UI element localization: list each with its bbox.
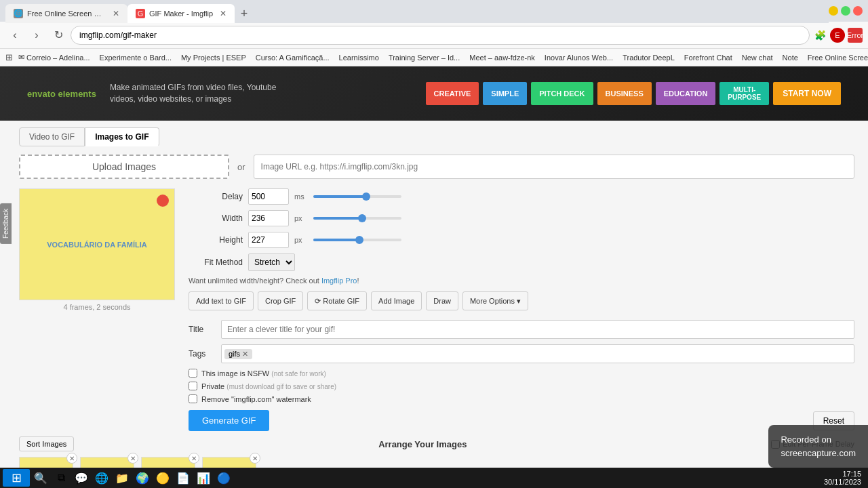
simple-btn[interactable]: SIMPLE xyxy=(483,82,527,105)
tags-label: Tags xyxy=(189,349,216,359)
sort-images-btn[interactable]: Sort Images xyxy=(19,436,74,451)
feedback-tab[interactable]: Feedback xyxy=(0,203,12,244)
bookmark-training[interactable]: Training Server – Id... xyxy=(384,52,464,63)
tag-close-btn[interactable]: ✕ xyxy=(242,350,248,359)
bookmarks-bar: ⊞ ✉Correio – Adelina... Experimente o Ba… xyxy=(0,49,868,66)
height-unit: px xyxy=(294,236,308,244)
pitch-btn[interactable]: PITCH DECK xyxy=(531,82,593,105)
private-checkbox[interactable] xyxy=(189,382,197,390)
extensions-icon[interactable]: 🧩 xyxy=(812,28,827,43)
tab-1[interactable]: 🌐 Free Online Screen Recor... ✕ xyxy=(5,4,127,23)
taskbar-folder[interactable]: 📁 xyxy=(113,469,132,487)
more-options-btn[interactable]: More Options ▾ xyxy=(462,291,528,310)
delay-input[interactable] xyxy=(248,188,289,205)
crop-gif-btn[interactable]: Crop GIF xyxy=(258,291,303,310)
taskbar-search[interactable]: 🔍 xyxy=(31,469,50,487)
taskbar-taskview[interactable]: ⧉ xyxy=(52,469,71,487)
taskbar-skype[interactable]: 💬 xyxy=(72,469,91,487)
bookmark-curso[interactable]: Curso: A Gamificaçã... xyxy=(252,52,334,63)
width-row: Width px xyxy=(189,210,854,226)
draw-btn[interactable]: Draw xyxy=(426,291,458,310)
fit-select[interactable]: Stretch Crop Pad xyxy=(248,253,295,271)
thumb-tio-close[interactable]: ✕ xyxy=(66,453,77,464)
width-slider[interactable] xyxy=(313,217,401,220)
width-input[interactable] xyxy=(248,210,289,226)
nav-bar: ‹ › ↻ 🧩 E Error xyxy=(0,22,868,49)
fit-method-row: Fit Method Stretch Crop Pad xyxy=(189,253,854,271)
address-bar[interactable] xyxy=(71,26,810,45)
start-btn[interactable]: ⊞ xyxy=(3,469,30,487)
title-input[interactable] xyxy=(221,320,854,339)
delay-slider[interactable] xyxy=(313,195,401,198)
refresh-btn[interactable]: ↻ xyxy=(49,26,68,45)
new-tab-btn[interactable]: + xyxy=(235,4,254,23)
frames-info: 4 frames, 2 seconds xyxy=(19,303,175,311)
width-unit: px xyxy=(294,214,308,222)
watermark-checkbox[interactable] xyxy=(189,394,197,403)
thumb-voc-close[interactable]: ✕ xyxy=(127,453,138,464)
thumb-primo-close[interactable]: ✕ xyxy=(250,453,260,464)
bookmark-bard[interactable]: Experimente o Bard... xyxy=(96,52,176,63)
bookmark-inovar[interactable]: Inovar Alunos Web... xyxy=(540,52,617,63)
minimize-btn[interactable] xyxy=(829,6,838,16)
imgflip-pro-link[interactable]: Imgflip Pro xyxy=(321,277,357,285)
tab-video-to-gif[interactable]: Video to GIF xyxy=(19,127,85,146)
error-badge: Error xyxy=(848,28,863,43)
bookmark-note[interactable]: Note xyxy=(778,52,802,63)
tab-2-close[interactable]: ✕ xyxy=(220,9,226,18)
nsfw-checkbox[interactable] xyxy=(189,369,197,378)
taskbar-mc[interactable]: 🟡 xyxy=(153,469,172,487)
thumb-padrinho-close[interactable]: ✕ xyxy=(189,453,199,464)
width-label: Width xyxy=(189,214,243,223)
bookmark-screen[interactable]: Free Online Screen... xyxy=(804,52,868,63)
delay-unit: ms xyxy=(294,192,308,201)
tab-1-favicon: 🌐 xyxy=(14,9,23,18)
or-label: or xyxy=(237,162,245,172)
tag-gifs: gifs ✕ xyxy=(224,349,252,359)
bookmark-deepl[interactable]: Tradutor DeepL xyxy=(618,52,679,63)
taskbar-word[interactable]: 📄 xyxy=(174,469,193,487)
rotate-gif-btn[interactable]: ⟳ Rotate GIF xyxy=(307,291,367,310)
bookmark-forefront[interactable]: Forefront Chat xyxy=(680,52,736,63)
bookmark-meet[interactable]: Meet – aaw-fdze-nk xyxy=(465,52,539,63)
back-btn[interactable]: ‹ xyxy=(5,26,24,45)
bookmark-projects[interactable]: My Projects | ESEP xyxy=(177,52,250,63)
unlimited-text: Want unlimited width/height? Check out I… xyxy=(189,277,854,285)
height-input[interactable] xyxy=(248,232,289,248)
tags-row: Tags gifs ✕ xyxy=(189,344,854,363)
forward-btn[interactable]: › xyxy=(27,26,46,45)
close-btn[interactable] xyxy=(853,6,863,16)
tab-2[interactable]: G GIF Maker - Imgflip ✕ xyxy=(127,4,235,23)
title-row: Title xyxy=(189,320,854,339)
creative-btn[interactable]: CREATIVE xyxy=(426,82,479,105)
add-text-btn[interactable]: Add text to GIF xyxy=(189,291,254,310)
tags-input[interactable]: gifs ✕ xyxy=(221,344,854,363)
taskbar-time: 17:15 30/11/2023 xyxy=(824,470,865,486)
business-btn[interactable]: BUSINESS xyxy=(597,82,652,105)
height-slider[interactable] xyxy=(313,239,401,241)
taskbar-edge[interactable]: 🌐 xyxy=(92,469,111,487)
taskbar-chrome[interactable]: 🔵 xyxy=(214,469,233,487)
bookmark-newchat[interactable]: New chat xyxy=(738,52,777,63)
nav-right: 🧩 E Error xyxy=(812,28,863,43)
tab-1-close[interactable]: ✕ xyxy=(113,9,119,18)
private-row: Private (must download gif to save or sh… xyxy=(189,382,854,390)
window-controls xyxy=(829,6,863,16)
taskbar-excel[interactable]: 📊 xyxy=(194,469,213,487)
upload-images-btn[interactable]: Upload Images xyxy=(19,155,229,179)
bookmark-correio[interactable]: ✉Correio – Adelina... xyxy=(14,52,94,63)
add-image-btn[interactable]: Add Image xyxy=(371,291,422,310)
bookmark-learnissimo[interactable]: Learnissimo xyxy=(335,52,383,63)
start-now-btn[interactable]: START NOW xyxy=(773,82,841,105)
generate-gif-btn[interactable]: Generate GIF xyxy=(189,410,269,431)
bookmark-icon: ✉ xyxy=(18,53,24,62)
maximize-btn[interactable] xyxy=(841,6,850,16)
tab-images-to-gif[interactable]: Images to GIF xyxy=(85,127,159,146)
education-btn[interactable]: EDUCATION xyxy=(656,82,716,105)
main-app: Video to GIF Images to GIF Upload Images… xyxy=(0,121,868,431)
url-input[interactable] xyxy=(254,155,854,179)
profile-icon[interactable]: E xyxy=(830,28,845,43)
apps-icon[interactable]: ⊞ xyxy=(5,50,13,65)
multi-btn[interactable]: MULTI-PURPOSE xyxy=(719,82,769,105)
taskbar-ie[interactable]: 🌍 xyxy=(133,469,152,487)
